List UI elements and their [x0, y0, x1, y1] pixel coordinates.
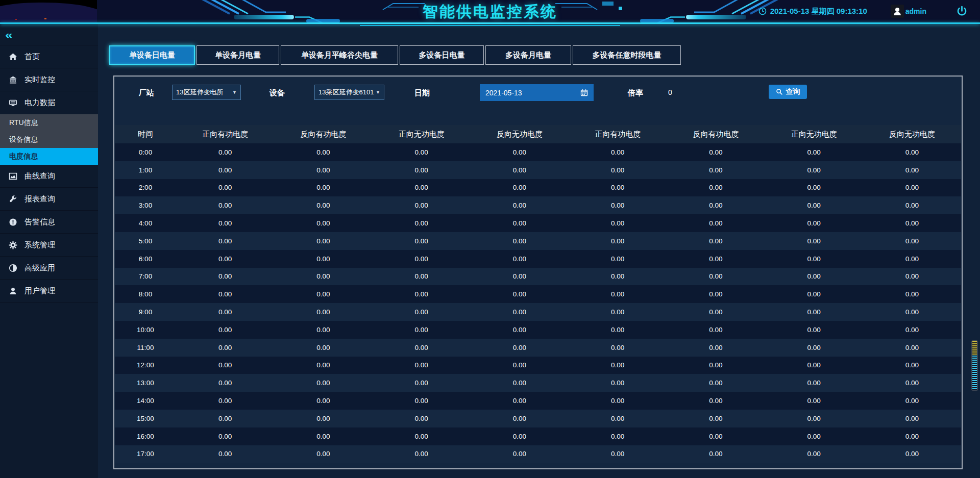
- table-header-cell: 反向有功电度: [274, 130, 372, 139]
- table-cell-value: 0.00: [373, 326, 471, 334]
- sidebar-subitem-label: 设备信息: [9, 135, 38, 144]
- table-cell-value: 0.00: [863, 344, 961, 351]
- table-cell-value: 0.00: [765, 344, 863, 351]
- logout-button[interactable]: [956, 6, 968, 17]
- table-cell-time: 15:00: [115, 415, 176, 422]
- table-cell-value: 0.00: [176, 290, 274, 298]
- device-select[interactable]: 13采区延伸变6101馈 ▼: [314, 85, 384, 100]
- table-cell-value: 0.00: [471, 202, 569, 209]
- sidebar: « 首页实时监控电力数据RTU信息设备信息电度信息曲线查询报表查询告警信息系统管…: [0, 24, 98, 478]
- sidebar-item-label: 曲线查询: [24, 171, 55, 181]
- tab-5[interactable]: 多设备任意时段电量: [573, 45, 681, 65]
- table-cell-value: 0.00: [471, 184, 569, 191]
- table-cell-value: 0.00: [667, 344, 765, 351]
- table-cell-value: 0.00: [569, 326, 667, 334]
- tab-0[interactable]: 单设备日电量: [109, 45, 195, 65]
- sidebar-subitem-device-info[interactable]: 设备信息: [0, 131, 98, 148]
- sidebar-item-realtime[interactable]: 实时监控: [0, 68, 98, 91]
- table-cell-value: 0.00: [373, 255, 471, 263]
- sidebar-item-system-mgmt[interactable]: 系统管理: [0, 234, 98, 257]
- sidebar-subitem-rtu-info[interactable]: RTU信息: [0, 114, 98, 131]
- table-cell-value: 0.00: [569, 308, 667, 316]
- table-cell-time: 2:00: [115, 184, 176, 191]
- tab-3[interactable]: 多设备日电量: [400, 45, 484, 65]
- table-cell-value: 0.00: [765, 237, 863, 245]
- table-cell-value: 0.00: [274, 237, 372, 245]
- calendar-icon: [580, 89, 588, 96]
- sidebar-item-power-data[interactable]: 电力数据: [0, 91, 98, 114]
- table-cell-value: 0.00: [471, 326, 569, 334]
- table-cell-value: 0.00: [765, 397, 863, 405]
- sidebar-subitem-label: RTU信息: [9, 118, 38, 128]
- sidebar-item-label: 首页: [24, 52, 40, 62]
- table-cell-value: 0.00: [667, 308, 765, 316]
- table-cell-value: 0.00: [765, 450, 863, 458]
- table-cell-value: 0.00: [863, 255, 961, 263]
- table-cell-value: 0.00: [569, 219, 667, 227]
- table-cell-value: 0.00: [765, 379, 863, 387]
- table-cell-value: 0.00: [274, 433, 372, 440]
- filter-bar: 厂站 13区延伸变电所 ▼ 设备 13采区延伸变6101馈 ▼ 日期 2021-…: [114, 77, 962, 110]
- sidebar-subitem-energy-info[interactable]: 电度信息: [0, 148, 98, 165]
- table-cell-value: 0.00: [765, 255, 863, 263]
- table-cell-value: 0.00: [373, 361, 471, 369]
- table-cell-value: 0.00: [765, 290, 863, 298]
- table-row: 5:000.000.000.000.000.000.000.000.00: [115, 232, 961, 250]
- sidebar-item-curve-query[interactable]: 曲线查询: [0, 165, 98, 188]
- table-cell-value: 0.00: [863, 415, 961, 422]
- sidebar-item-advanced-app[interactable]: 高级应用: [0, 257, 98, 280]
- sidebar-item-report-query[interactable]: 报表查询: [0, 188, 98, 211]
- table-cell-value: 0.00: [765, 308, 863, 316]
- tab-4[interactable]: 多设备月电量: [485, 45, 571, 65]
- table-cell-value: 0.00: [863, 379, 961, 387]
- tab-2[interactable]: 单设备月平峰谷尖电量: [281, 45, 398, 65]
- table-cell-value: 0.00: [765, 148, 863, 156]
- table-cell-value: 0.00: [373, 166, 471, 174]
- date-input[interactable]: 2021-05-13: [480, 84, 594, 101]
- sidebar-item-label: 报表查询: [24, 194, 55, 204]
- user-menu[interactable]: admin: [891, 5, 926, 18]
- table-cell-value: 0.00: [667, 237, 765, 245]
- table-cell-value: 0.00: [274, 272, 372, 280]
- table-cell-value: 0.00: [667, 450, 765, 458]
- table-cell-time: 11:00: [115, 344, 176, 351]
- table-cell-value: 0.00: [176, 237, 274, 245]
- table-cell-value: 0.00: [471, 219, 569, 227]
- sidebar-item-home[interactable]: 首页: [0, 45, 98, 68]
- scrollbar-stripes-cyan: [972, 356, 977, 390]
- table-cell-value: 0.00: [471, 237, 569, 245]
- table-cell-value: 0.00: [569, 433, 667, 440]
- chart-icon: [9, 172, 17, 181]
- table-header-cell: 时间: [115, 130, 176, 139]
- tab-1[interactable]: 单设备月电量: [197, 45, 279, 65]
- table-cell-time: 17:00: [115, 450, 176, 458]
- sidebar-item-alarm-info[interactable]: 告警信息: [0, 211, 98, 234]
- table-cell-value: 0.00: [373, 450, 471, 458]
- query-button[interactable]: 查询: [769, 85, 807, 99]
- table-cell-value: 0.00: [569, 344, 667, 351]
- table-cell-value: 0.00: [176, 272, 274, 280]
- sidebar-collapse-button[interactable]: «: [0, 24, 98, 45]
- chevron-down-icon: ▼: [232, 90, 237, 95]
- table-header-cell: 正向有功电度: [176, 130, 274, 139]
- user-icon: [9, 287, 17, 295]
- ratio-value: 0: [668, 88, 672, 96]
- table-cell-value: 0.00: [667, 379, 765, 387]
- table-cell-value: 0.00: [863, 397, 961, 405]
- table-cell-value: 0.00: [765, 202, 863, 209]
- table-cell-value: 0.00: [176, 361, 274, 369]
- station-select[interactable]: 13区延伸变电所 ▼: [172, 85, 241, 100]
- table-cell-value: 0.00: [373, 219, 471, 227]
- table-cell-value: 0.00: [569, 148, 667, 156]
- table-cell-value: 0.00: [176, 344, 274, 351]
- table-cell-value: 0.00: [176, 184, 274, 191]
- table-row: 17:000.000.000.000.000.000.000.000.00: [115, 445, 961, 463]
- table-cell-value: 0.00: [176, 148, 274, 156]
- sidebar-item-user-mgmt[interactable]: 用户管理: [0, 280, 98, 303]
- table-cell-value: 0.00: [176, 397, 274, 405]
- table-row: 7:000.000.000.000.000.000.000.000.00: [115, 268, 961, 286]
- table-cell-value: 0.00: [863, 219, 961, 227]
- table-cell-value: 0.00: [863, 308, 961, 316]
- main-content: 单设备日电量单设备月电量单设备月平峰谷尖电量多设备日电量多设备月电量多设备任意时…: [98, 24, 980, 478]
- scrollbar-thumb[interactable]: [971, 340, 978, 391]
